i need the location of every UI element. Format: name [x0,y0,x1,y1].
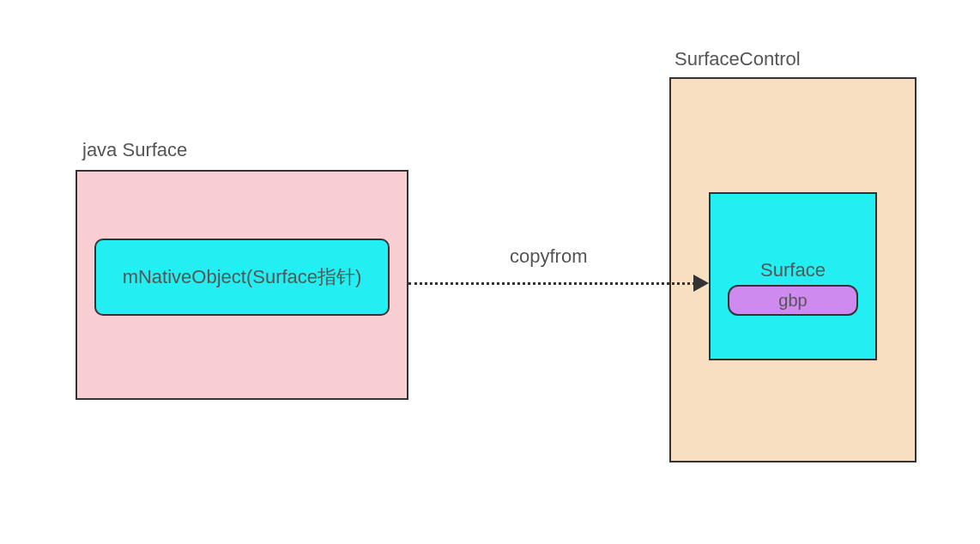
diagram-canvas: java Surface mNativeObject(Surface指针) Su… [0,0,980,544]
native-object-box: mNativeObject(Surface指针) [94,239,390,316]
native-object-label: mNativeObject(Surface指针) [123,264,362,290]
surface-box: Surface gbp [709,192,877,360]
gbp-box: gbp [728,285,858,316]
copyfrom-arrow-line [408,282,700,285]
copyfrom-arrow-head-icon [693,275,709,292]
java-surface-title: java Surface [82,139,187,161]
copyfrom-label: copyfrom [510,245,587,268]
surface-label: Surface [760,259,826,281]
surface-control-title: SurfaceControl [675,48,801,70]
gbp-label: gbp [778,291,807,311]
